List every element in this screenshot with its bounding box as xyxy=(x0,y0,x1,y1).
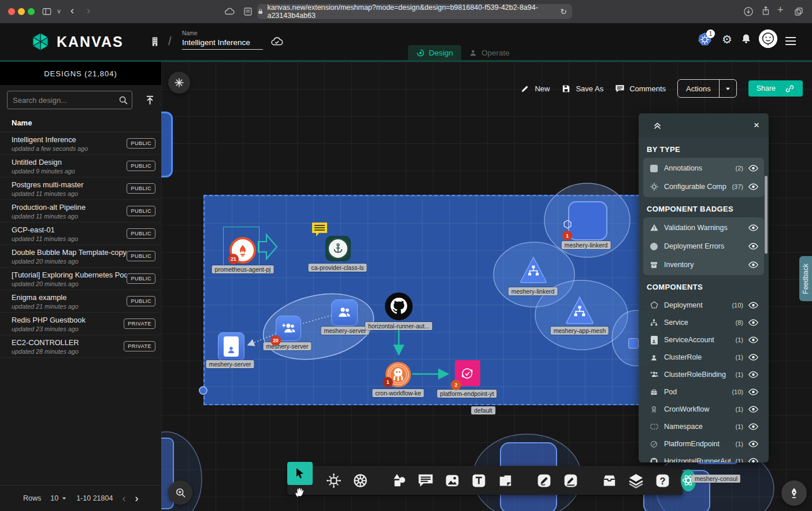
mini-node[interactable] xyxy=(628,338,639,349)
search-input[interactable] xyxy=(7,91,132,109)
actions-split-button[interactable]: Actions xyxy=(677,79,737,98)
design-name-input[interactable] xyxy=(182,36,263,50)
next-page-button[interactable]: › xyxy=(135,493,138,503)
component-row-serviceaccount[interactable]: ServiceAccount(1) xyxy=(643,331,764,349)
eye-icon[interactable] xyxy=(748,458,758,462)
node-label[interactable]: meshery-linkerd xyxy=(562,241,611,249)
eye-icon[interactable] xyxy=(748,224,758,231)
badge-row-deployment-errors[interactable]: Deployment Errors xyxy=(643,237,764,255)
panel-scrollbar[interactable] xyxy=(765,176,767,254)
sidebar-toggle-icon[interactable] xyxy=(42,6,52,17)
comment-tool[interactable] xyxy=(417,472,434,490)
share-icon[interactable] xyxy=(761,6,771,16)
prev-page-button[interactable]: ‹ xyxy=(122,493,125,503)
back-button[interactable]: ‹ xyxy=(71,5,74,17)
design-row[interactable]: Enigma exampleupdated 21 minutes agoPUBL… xyxy=(0,290,161,313)
drawer-tool[interactable] xyxy=(601,472,618,490)
new-button[interactable]: New xyxy=(520,84,550,94)
node-label[interactable]: platform-endpoint-yt xyxy=(437,390,496,398)
menu-hamburger-icon[interactable] xyxy=(785,36,796,46)
design-row[interactable]: Double Bubble Map Template-copyupdated 2… xyxy=(0,245,161,268)
forward-button[interactable]: › xyxy=(87,5,90,17)
node-label[interactable]: prometheus-agent-pj xyxy=(212,265,274,273)
error-count-badge[interactable]: 1 xyxy=(562,231,572,240)
new-tab-icon[interactable]: + xyxy=(777,4,784,16)
node-label[interactable]: horizontal-runner-aut... xyxy=(365,322,432,330)
node-label[interactable]: meshery-server xyxy=(206,360,254,368)
feedback-tab[interactable]: Feedback xyxy=(799,256,812,301)
downloads-icon[interactable] xyxy=(743,6,754,17)
design-row[interactable]: [Tutorial] Exploring Kubernetes Podupdat… xyxy=(0,268,161,290)
node-linkerd-service[interactable] xyxy=(520,256,547,284)
component-row-clusterrolebinding[interactable]: ClusterRoleBinding(1) xyxy=(643,366,764,383)
component-row-clusterrole[interactable]: ClusterRole(1) xyxy=(643,349,764,366)
save-as-button[interactable]: Save As xyxy=(561,84,603,94)
dock-toggle-button[interactable] xyxy=(168,72,190,94)
design-row[interactable]: Intelligent Inferenceupdated a few secon… xyxy=(0,132,161,155)
node-meshery-server-right[interactable] xyxy=(331,299,358,326)
components-tool[interactable] xyxy=(325,472,342,490)
eye-icon[interactable] xyxy=(748,183,758,190)
share-button[interactable]: Share xyxy=(748,80,803,97)
eye-icon[interactable] xyxy=(748,388,758,395)
whiteboard-pen-button[interactable] xyxy=(781,480,807,506)
reader-icon[interactable] xyxy=(243,6,253,17)
eye-icon[interactable] xyxy=(748,302,758,309)
comments-button[interactable]: Comments xyxy=(615,84,666,94)
by-type-row-configurable[interactable]: Configurable Compon (37) xyxy=(643,177,764,196)
node-label[interactable]: meshery-app-mesh xyxy=(551,327,609,335)
organization-icon[interactable] xyxy=(149,36,161,47)
node-service-account[interactable] xyxy=(218,332,244,361)
component-row-platformendpoint[interactable]: PlatformEndpoint(1) xyxy=(643,435,764,453)
refresh-icon[interactable]: ↻ xyxy=(560,7,567,16)
design-row[interactable]: GCP-east-01updated 11 minutes agoPUBLIC xyxy=(0,223,161,245)
component-row-service[interactable]: Service(8) xyxy=(643,314,764,331)
pan-hand-tool[interactable] xyxy=(294,486,306,499)
component-row-cronworkflow[interactable]: CronWorkflow(1) xyxy=(643,401,764,418)
design-row[interactable]: Postgres multi-masterupdated 11 minutes … xyxy=(0,177,161,200)
selection-handle[interactable] xyxy=(199,386,207,395)
node-github-runner[interactable] xyxy=(385,292,413,320)
error-count-badge[interactable]: 1 xyxy=(383,377,393,387)
node-label[interactable]: meshery-consul xyxy=(692,475,740,483)
node-label[interactable]: meshery-server xyxy=(321,327,369,335)
error-count-badge[interactable]: 2 xyxy=(451,380,461,390)
by-type-row-annotations[interactable]: Annotations (2) xyxy=(643,159,764,177)
actions-caret[interactable] xyxy=(720,80,736,97)
design-canvas[interactable]: 21 prometheus-agent-pj ca-provider-class… xyxy=(161,62,812,511)
eye-icon[interactable] xyxy=(748,336,758,343)
component-row-namespace[interactable]: Namespace(1) xyxy=(643,418,764,435)
import-design-icon[interactable] xyxy=(144,95,155,106)
avatar[interactable] xyxy=(759,29,777,48)
partial-node-left[interactable] xyxy=(161,112,173,177)
kubernetes-tool[interactable] xyxy=(352,472,369,490)
eye-icon[interactable] xyxy=(748,406,758,413)
eye-icon[interactable] xyxy=(748,354,758,361)
sticky-note-tool[interactable] xyxy=(497,472,514,490)
node-label[interactable]: cron-workflow-ke xyxy=(372,389,424,397)
tab-operate[interactable]: Operate xyxy=(461,45,518,60)
eye-icon[interactable] xyxy=(748,440,758,447)
window-minimize-button[interactable] xyxy=(18,8,25,15)
node-label[interactable]: ca-provider-class-ls xyxy=(308,264,366,272)
rows-per-page-select[interactable]: 10 xyxy=(50,494,67,502)
eye-icon[interactable] xyxy=(748,261,758,268)
image-tool[interactable] xyxy=(444,472,461,490)
help-tool[interactable] xyxy=(654,472,671,490)
error-count-badge[interactable]: 21 xyxy=(228,254,239,264)
close-panel-button[interactable]: × xyxy=(754,120,759,131)
select-tool[interactable] xyxy=(287,462,313,485)
tab-overview-icon[interactable] xyxy=(794,6,804,17)
highlighter-tool[interactable] xyxy=(562,472,579,490)
error-count-badge[interactable]: 20 xyxy=(270,335,281,346)
node-label[interactable]: meshery-linkerd xyxy=(509,287,558,295)
component-row-horizontalrunnerautoscaler[interactable]: HorizontalRunnerAutosc(1) xyxy=(643,453,764,462)
design-row[interactable]: EC2-CONTROLLERupdated 28 minutes agoPRIV… xyxy=(0,335,161,358)
eye-icon[interactable] xyxy=(748,243,758,250)
comment-annotation-icon[interactable] xyxy=(311,221,328,237)
component-row-pod[interactable]: Pod(10) xyxy=(643,383,764,401)
kanvas-logo[interactable]: KANVAS xyxy=(30,31,124,52)
zoom-button[interactable] xyxy=(168,480,192,505)
annotation-arrow[interactable] xyxy=(257,232,278,261)
address-bar[interactable]: kanvas.new/extension/meshmap?mode=design… xyxy=(257,4,572,19)
